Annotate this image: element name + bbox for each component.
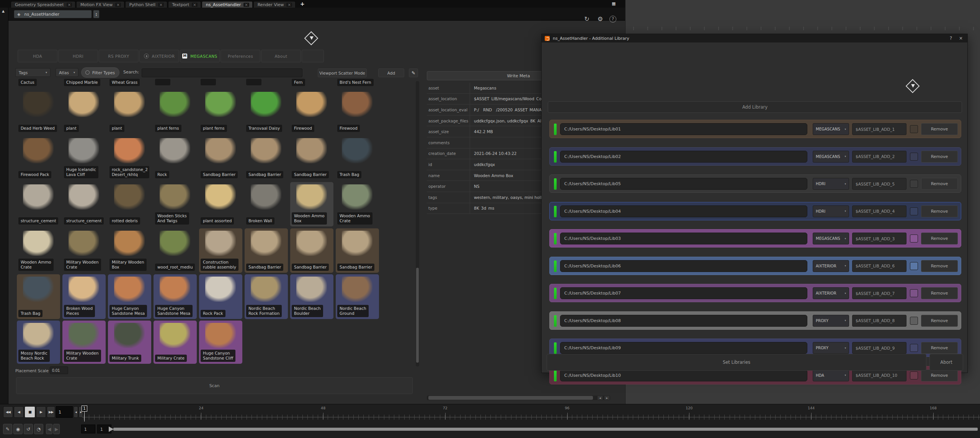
asset-cell[interactable]: Dead Herb Weed	[17, 90, 60, 134]
pane-tab-ns-assethandler[interactable]: ns_AssetHandler×	[202, 1, 253, 8]
atlas-dropdown[interactable]: Atlas ▾	[56, 68, 78, 77]
asset-cell[interactable]: Sandbag Barrier	[199, 136, 242, 180]
asset-cell[interactable]: Mossy Nordic Beach Rock	[17, 321, 60, 364]
library-color-button[interactable]	[910, 371, 918, 379]
search-input[interactable]	[142, 68, 302, 77]
library-path-input[interactable]: C:/Users/NS/Desktop/Lib07	[560, 287, 807, 299]
tab-rs-proxy[interactable]: RS PROXY	[99, 50, 139, 62]
library-env-input[interactable]: $ASSET_LIB_ADD_2	[852, 151, 906, 163]
remove-button[interactable]: Remove	[921, 370, 958, 381]
range-slider[interactable]	[113, 428, 978, 431]
library-color-button[interactable]	[910, 207, 918, 215]
asset-cell[interactable]: Firewood	[336, 90, 379, 134]
remove-button[interactable]: Remove	[921, 287, 958, 299]
library-color-button[interactable]	[910, 262, 918, 270]
asset-cell[interactable]: Wooden Ammo Crate	[336, 182, 379, 226]
asset-cell[interactable]: plant ferns	[199, 90, 242, 134]
asset-cell[interactable]: Trash Bag	[17, 274, 60, 319]
asset-cell[interactable]: structure_cement	[62, 182, 106, 226]
library-path-input[interactable]: C:/Users/NS/Desktop/Lib10	[560, 370, 807, 381]
asset-cell[interactable]: Broken Wood Pieces	[62, 274, 106, 319]
asset-cell[interactable]: Huge Icelandic Lava Cliff	[62, 136, 106, 180]
asset-cell[interactable]: Huge Canyon Sandstone Cliff	[199, 321, 242, 364]
remove-button[interactable]: Remove	[921, 342, 958, 354]
asset-cell[interactable]: Nordic Beach Boulder	[290, 274, 333, 319]
asset-cell[interactable]: structure_cement	[17, 182, 60, 226]
play-button[interactable]: ▶	[36, 406, 46, 418]
gear-icon[interactable]: ⚙	[596, 15, 605, 24]
remove-button[interactable]: Remove	[921, 123, 958, 135]
pane-tab-python-shell[interactable]: Python Shell×	[125, 1, 167, 8]
meta-scrollbar[interactable]	[427, 396, 610, 400]
step-back-button[interactable]: ◀	[14, 406, 24, 418]
stop-button[interactable]: ■	[24, 406, 35, 418]
library-env-input[interactable]: $ASSET_LIB_ADD_6	[852, 260, 906, 272]
remove-button[interactable]: Remove	[921, 205, 958, 217]
library-color-button[interactable]	[910, 234, 918, 243]
scrollbar-thumb[interactable]	[416, 268, 419, 363]
tab-hda[interactable]: HDA	[18, 50, 57, 62]
asset-cell[interactable]: plant ferns	[154, 90, 197, 134]
asset-cell[interactable]: plant	[62, 90, 106, 134]
asset-cell[interactable]: Wheat Grass	[108, 78, 151, 89]
asset-cell[interactable]: Firewood	[290, 90, 333, 134]
add-button[interactable]: Add	[378, 68, 404, 77]
add-library-button[interactable]: Add Library	[548, 101, 962, 113]
asset-cell[interactable]: Trash Bag	[336, 136, 379, 180]
new-pane-tab-button[interactable]: +	[300, 1, 305, 7]
range-start-input[interactable]: 1	[81, 425, 95, 433]
asset-cell[interactable]: Sandbag Barrier	[336, 228, 379, 273]
asset-cell[interactable]: Military Wooden Crate	[62, 228, 106, 273]
library-path-input[interactable]: C:/Users/NS/Desktop/Lib02	[560, 151, 807, 163]
asset-cell[interactable]: Wooden Sticks And Twigs	[154, 182, 197, 226]
jump-end-button[interactable]: ▶▶	[47, 406, 55, 418]
library-env-input[interactable]: $ASSET_LIB_ADD_9	[852, 342, 906, 354]
asset-cell[interactable]: Huge Canyon Sandstone Mesa	[108, 274, 151, 319]
set-libraries-button[interactable]: Set Libraries	[547, 354, 926, 371]
library-color-button[interactable]	[910, 289, 918, 297]
library-path-input[interactable]: C:/Users/NS/Desktop/Lib08	[560, 315, 807, 327]
audio-icon[interactable]: ◉	[13, 424, 23, 434]
close-icon[interactable]: ×	[158, 3, 163, 7]
asset-cell[interactable]: Construction rubble assembly	[199, 228, 242, 273]
playhead-marker[interactable]: 1	[82, 405, 87, 412]
grid-scrollbar[interactable]	[416, 81, 419, 366]
brush-icon[interactable]: ✎	[409, 68, 418, 77]
realtime-icon[interactable]: ◔	[34, 424, 43, 434]
asset-cell[interactable]: Firewood Pack	[17, 136, 60, 180]
library-color-button[interactable]	[910, 344, 918, 352]
library-type-dropdown[interactable]: AIXTERIOR▾	[813, 260, 849, 272]
asset-cell[interactable]: Cactus	[17, 78, 60, 89]
jump-start-button[interactable]: ◀◀	[3, 406, 13, 418]
close-icon[interactable]: ×	[286, 3, 292, 7]
library-env-input[interactable]: $ASSET_LIB_ADD_10	[852, 370, 906, 381]
asset-cell[interactable]: Wooden Ammo Crate	[17, 228, 60, 273]
library-color-button[interactable]	[910, 180, 918, 188]
asset-cell[interactable]: Military Trunk	[108, 321, 151, 364]
asset-cell[interactable]: Sandbag Barrier	[290, 136, 333, 180]
library-path-input[interactable]: C:/Users/NS/Desktop/Lib01	[560, 123, 807, 135]
asset-cell[interactable]: Nordic Beach Ground	[336, 274, 379, 319]
keyframe-icon[interactable]: ✎	[3, 424, 12, 434]
close-icon[interactable]: ×	[67, 3, 72, 7]
remove-button[interactable]: Remove	[921, 260, 958, 272]
asset-cell[interactable]: Sandbag Barrier	[245, 228, 288, 273]
asset-cell[interactable]: Huge Canyon Sandstone Mesa	[154, 274, 197, 319]
library-env-input[interactable]: $ASSET_LIB_ADD_1	[852, 123, 906, 135]
node-path-spinner[interactable]: ▴ ▾	[93, 10, 100, 18]
asset-cell[interactable]: plant assorted	[199, 182, 242, 226]
asset-cell[interactable]: Sandbag Barrier	[290, 228, 333, 273]
library-env-input[interactable]: $ASSET_LIB_ADD_8	[852, 315, 906, 327]
library-type-dropdown[interactable]: HDA▾	[813, 370, 849, 381]
dialog-help-icon[interactable]: ?	[947, 36, 954, 41]
library-color-button[interactable]	[910, 153, 918, 161]
tab-aixterior[interactable]: AIXTERIOR	[139, 50, 179, 62]
close-icon[interactable]: ×	[192, 3, 197, 7]
remove-button[interactable]: Remove	[921, 178, 958, 190]
remove-button[interactable]: Remove	[921, 151, 958, 163]
pane-tab-motion-fx-view[interactable]: Motion FX View×	[76, 1, 124, 8]
asset-cell[interactable]: wood_root_mediu	[154, 228, 197, 273]
library-type-dropdown[interactable]: MEGASCANS▾	[813, 151, 849, 163]
refresh-icon[interactable]: ↻	[582, 15, 591, 24]
library-type-dropdown[interactable]: MEGASCANS▾	[813, 123, 849, 135]
